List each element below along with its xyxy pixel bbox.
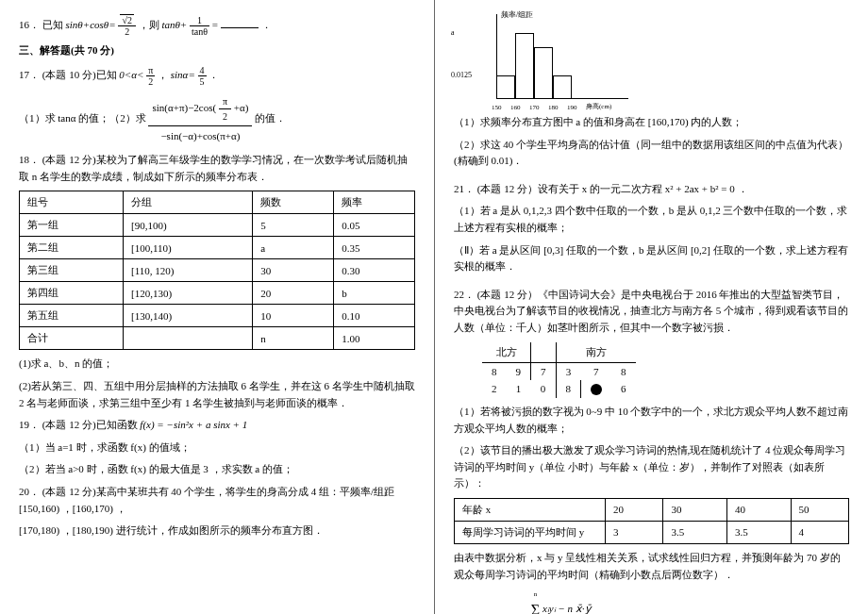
c: 3.5 [663,521,727,543]
q18-sub2: (2)若从第三、四、五组中用分层抽样的方法抽取 6 名学生，并在这 6 名学生中… [19,378,415,411]
th-time: 每周学习诗词的平均时间 y [455,521,606,543]
c: 20 [606,498,663,521]
c: b [334,282,415,305]
c: 5 [253,214,334,237]
stem-col [531,342,557,363]
q19-sub2: （2）若当 a>0 时，函数 f(x) 的最大值是 3 ，求实数 a 的值； [19,461,415,478]
q22-text: (本题 12 分）《中国诗词大会》是中央电视台于 2016 年推出的大型益智类节… [454,289,848,333]
question-16: 16． 已知 sinθ+cosθ= √2 2 ，则 tanθ+ 1 tanθ =… [19,15,415,37]
c: 第三组 [20,259,124,282]
ink-blot-icon [591,384,602,395]
c: 40 [726,498,791,521]
c: 3.5 [726,521,791,543]
q16-expr2: tanθ+ [161,19,187,30]
q16-sqrt2-over-2: √2 2 [118,15,136,37]
frequency-table: 组号 分组 频数 频率 第一组[90,100)50.05 第二组[100,110… [19,191,415,350]
bar-2 [515,33,534,99]
question-18: 18． (本题 12 分)某校为了解高三年级学生的数学学习情况，在一次数学考试后… [19,152,415,185]
sigma-icon: n Σ i=1 [531,590,540,614]
ylabel-a: a [451,28,455,37]
q20-sub2: （2）求这 40 个学生平均身高的估计值（同一组中的数据用该组区间的中点值为代表… [454,137,849,170]
q19-num: 19． [19,419,40,430]
table-row: 每周学习诗词的平均时间 y 3 3.5 3.5 4 [455,521,849,543]
q16-expr1: sinθ+cosθ= [66,19,116,30]
c: [130,140) [124,305,253,327]
table-header-row: 组号 分组 频数 频率 [20,191,415,214]
q21-sub1: （1）若 a 是从 0,1,2,3 四个数中任取的一个数，b 是从 0,1,2 … [454,203,849,236]
th-rate: 频率 [334,191,415,214]
sl: 3 [556,362,581,380]
question-19: 19． (本题 12 分)已知函数 f(x) = −sin²x + a sinx… [19,417,415,434]
per: ． [209,69,219,80]
bar-4 [553,75,572,99]
sl: 8 [611,362,636,380]
c: 第一组 [20,214,124,237]
q16-number: 16． [19,19,40,30]
table-row: 合计n1.00 [20,327,415,350]
sl: 0 [531,380,557,398]
ns-header: 北方 南方 [482,342,636,363]
sqrt2: √2 [120,14,134,25]
sn: n [531,590,540,598]
q17-num: 17． [19,69,40,80]
left-column: 16． 已知 sinθ+cosθ= √2 2 ，则 tanθ+ 1 tanθ =… [0,0,434,614]
c: n [253,327,334,350]
c: [100,110) [124,237,253,259]
c: 第四组 [20,282,124,305]
table-row: 第三组[110, 120)300.30 [20,259,415,282]
table-row: 第四组[120,130)20b [20,282,415,305]
hist-ytitle: 频率/组距 [501,9,533,20]
c: 0.10 [334,305,415,327]
pi-over-2: π 2 [146,65,155,87]
sen: xᵢyᵢ − n x̄·ȳ [542,603,592,614]
sl: 9 [507,362,531,380]
q17-parts: （1）求 tanα 的值；（2）求 sin(α+π)−2cos( π2 +α) … [19,92,415,147]
q17-p2e: 的值． [255,112,286,124]
sina: sinα= [171,69,195,80]
pid: 2 [146,76,155,87]
q20-t1: (本题 12 分)某高中某班共有 40 个学生，将学生的身高分成 4 组：平频率… [19,486,394,514]
section-3-header: 三、解答题(共 70 分) [19,42,415,59]
q16-mid: ，则 [139,19,159,30]
c: 0.30 [334,259,415,282]
q20-sub1: （1）求频率分布直方图中 a 的值和身高在 [160,170) 内的人数； [454,114,849,131]
c: 0.05 [334,214,415,237]
north-label: 北方 [482,342,531,363]
xl0: 150 [492,104,502,111]
table-row: 第二组[100,110)a0.35 [20,237,415,259]
den2: 2 [118,26,136,37]
c: [90,100) [124,214,253,237]
eq: = [212,19,218,30]
c: 0.35 [334,237,415,259]
q22-sub1: （1）若将被污损的数字视为 0~9 中 10 个数字中的一个，求北方观众平均人数… [454,404,849,437]
blot-cell [581,380,612,398]
q20-num: 20． [19,486,40,497]
south-label: 南方 [556,342,636,363]
reference-formula: 参考公式： b̂ = n Σ i=1 xᵢyᵢ − n x̄·ȳ n Σ i=1… [454,589,849,614]
q17-t1: (本题 10 分)已知 [42,69,117,80]
c: 10 [253,305,334,327]
c: a [253,237,334,259]
question-22: 22． (本题 12 分）《中国诗词大会》是中央电视台于 2016 年推出的大型… [454,287,849,337]
comma: ， [158,69,168,80]
q17-p1: （1）求 tanα 的值；（2）求 [19,112,146,124]
regression-formula: n Σ i=1 xᵢyᵢ − n x̄·ȳ n Σ i=1 xᵢ² − n(x̄… [527,589,595,614]
q16-frac: 1 tanθ [190,15,209,37]
q22-sub3: 由表中数据分析，x 与 y 呈线性相关关系，试求线性回归方程，并预测年龄为 70… [454,550,849,583]
ifd: 2 [219,109,231,124]
c: 50 [791,498,849,521]
blank-fill [221,19,259,28]
q21-num: 21． [454,183,475,194]
fn: 1 [190,15,209,26]
ifn: π [219,94,231,109]
table-row: 年龄 x 20 30 40 50 [455,498,849,521]
bar-3 [534,47,553,99]
q18-sub1: (1)求 a、b、n 的值； [19,356,415,373]
table-row: 第五组[130,140)100.10 [20,305,415,327]
bfd: −sin(−α)+cos(π+α) [148,126,252,147]
table-row: 第一组[90,100)50.05 [20,214,415,237]
q22-num: 22． [454,289,475,300]
stem: 8 [556,380,581,398]
right-column: 频率/组距 a 0.0125 150 160 170 180 190 身高(cm… [434,0,868,614]
q17-range: 0<α< [119,69,143,80]
